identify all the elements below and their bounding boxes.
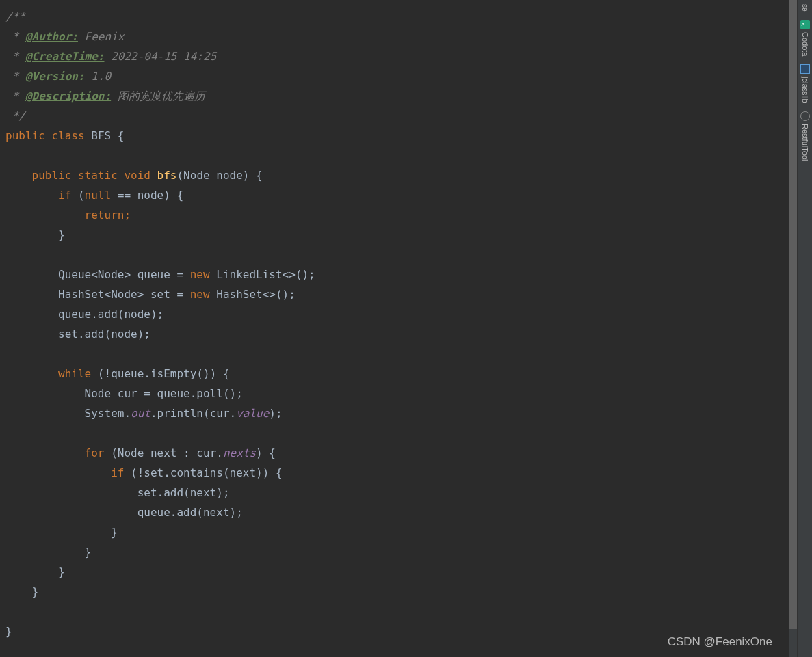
hashset-decl: HashSet<Node> set = <box>58 288 190 301</box>
queue-decl: Queue<Node> queue = <box>58 268 190 281</box>
tag-author: @Author: <box>25 30 78 43</box>
queue-add-node: queue.add(node); <box>58 308 163 321</box>
brace-close: } <box>58 565 65 578</box>
val-createtime: 2022-04-15 14:25 <box>105 50 217 63</box>
kw-public: public <box>32 169 72 182</box>
tag-version: @Version: <box>25 70 85 83</box>
kw-null: null <box>85 189 112 202</box>
if-contains: (!set.contains(next)) { <box>124 466 282 479</box>
panel-item-hidden[interactable]: se <box>795 1 812 16</box>
val-author: Feenix <box>78 30 124 43</box>
brace-close: } <box>58 228 65 241</box>
watermark: CSDN @FeenixOne <box>668 632 772 652</box>
linkedlist: LinkedList<>(); <box>210 268 315 281</box>
code-editor[interactable]: /** * @Author: Feenix * @CreateTime: 202… <box>0 0 789 657</box>
kw-for: for <box>85 446 105 459</box>
nexts-field: nexts <box>223 446 256 459</box>
codota-label: Codota <box>795 32 812 56</box>
kw-while: while <box>58 367 91 380</box>
param-node: (Node node) { <box>176 169 262 182</box>
jclasslib-label: jclasslib <box>795 77 812 103</box>
tool-window-bar: se >_ Codota jclasslib RestfulTool <box>797 0 812 657</box>
vertical-scrollbar[interactable] <box>789 0 797 657</box>
brace-close: } <box>111 526 118 539</box>
sys-pre: System. <box>85 407 131 420</box>
while-cond: (!queue.isEmpty()) { <box>91 367 229 380</box>
out-field: out <box>131 407 150 420</box>
doc-prefix: * <box>5 30 25 43</box>
cur-decl: Node cur = queue.poll(); <box>85 387 243 400</box>
restful-label: RestfulTool <box>795 124 812 161</box>
brace-close: } <box>32 585 39 598</box>
brace-close: } <box>85 546 92 559</box>
queue-add-next: queue.add(next); <box>137 506 243 519</box>
javadoc-start: /** <box>5 10 25 23</box>
restful-icon <box>800 111 810 121</box>
gutter <box>0 7 5 657</box>
jclasslib-icon <box>800 64 810 74</box>
kw-return: return <box>85 209 125 222</box>
val-version: 1.0 <box>85 70 112 83</box>
val-description: 图的宽度优先遍历 <box>111 90 205 103</box>
panel-item-restful[interactable]: RestfulTool <box>795 107 812 165</box>
tag-createtime: @CreateTime: <box>25 50 105 63</box>
set-add-node: set.add(node); <box>58 327 150 340</box>
value-field: value <box>236 407 269 420</box>
println-post: ); <box>269 407 282 420</box>
hashset-post: HashSet<>(); <box>210 288 296 301</box>
println-pre: .println(cur. <box>150 407 236 420</box>
kw-if: if <box>111 466 124 479</box>
kw-if: if <box>58 189 71 202</box>
brace-close: } <box>5 625 12 638</box>
for-cond-pre: (Node next : cur. <box>105 446 223 459</box>
kw-void: void <box>124 169 150 182</box>
method-bfs: bfs <box>157 169 177 182</box>
set-add-next: set.add(next); <box>137 486 230 499</box>
doc-prefix: * <box>5 70 25 83</box>
doc-prefix: * <box>5 90 25 103</box>
hidden-label: se <box>795 4 812 12</box>
for-cond-post: ) { <box>256 446 276 459</box>
panel-item-jclasslib[interactable]: jclasslib <box>795 60 812 107</box>
tag-description: @Description: <box>25 90 111 103</box>
kw-class: class <box>51 129 84 142</box>
codota-icon: >_ <box>800 20 810 29</box>
scroll-thumb[interactable] <box>789 0 797 629</box>
kw-static: static <box>78 169 118 182</box>
eq-node: == node) { <box>111 189 183 202</box>
panel-item-codota[interactable]: >_ Codota <box>795 16 812 60</box>
kw-new: new <box>190 288 210 301</box>
doc-prefix: * <box>5 50 25 63</box>
kw-public: public <box>5 129 45 142</box>
kw-new: new <box>190 268 210 281</box>
semicolon: ; <box>124 209 131 222</box>
javadoc-end: */ <box>5 109 25 122</box>
class-name: BFS <box>91 129 111 142</box>
